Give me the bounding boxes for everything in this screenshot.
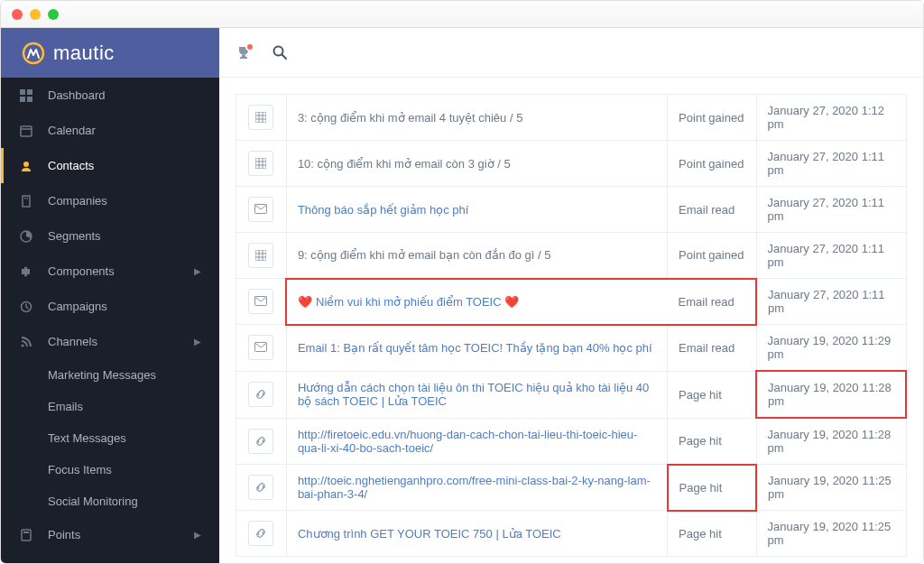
topbar (219, 28, 923, 78)
row-description[interactable]: Thông báo sắp hết giảm học phí (286, 187, 667, 233)
row-date: January 19, 2020 11:25 pm (756, 465, 906, 511)
row-event-type: Page hit (668, 511, 756, 557)
clock-icon (19, 300, 33, 313)
svg-rect-2 (27, 89, 32, 95)
table-row: 9: cộng điểm khi mở email bạn còn đắn đo… (236, 233, 907, 279)
svg-rect-3 (20, 97, 25, 102)
row-date: January 27, 2020 1:11 pm (756, 141, 906, 187)
table-row: ❤️ Niềm vui khi mở phiếu điểm TOEIC ❤️Em… (236, 279, 907, 325)
sidebar-item-label: Companies (48, 194, 107, 208)
brand-header[interactable]: mautic (1, 28, 219, 78)
row-date: January 27, 2020 1:11 pm (756, 233, 906, 279)
row-icon-cell (236, 511, 287, 557)
svg-rect-1 (20, 89, 25, 95)
table-row: 10: cộng điểm khi mở email còn 3 giờ / 5… (236, 141, 907, 187)
grid-icon (248, 243, 273, 268)
row-description[interactable]: Chương trình GET YOUR TOEIC 750 | Lửa TO… (286, 511, 667, 557)
table-row: Email 1: Bạn rất quyết tâm học TOEIC! Th… (236, 325, 907, 372)
window-close-dot[interactable] (12, 9, 23, 20)
row-event-type: Email read (668, 325, 756, 372)
sidebar-sub-marketing-messages[interactable]: Marketing Messages (1, 359, 219, 391)
row-description[interactable]: http://toeic.nghetienganhpro.com/free-mi… (286, 465, 667, 511)
search-button[interactable] (272, 44, 288, 60)
link-icon (248, 475, 273, 500)
svg-rect-14 (22, 530, 31, 541)
row-icon-cell (236, 418, 287, 465)
sidebar: mautic Dashboard Calendar Contacts (1, 28, 219, 563)
notifications-button[interactable] (236, 44, 252, 60)
mail-icon (248, 289, 273, 314)
window-min-dot[interactable] (30, 9, 41, 20)
mautic-logo-icon (21, 41, 46, 66)
row-event-type: Point gained (668, 141, 756, 187)
row-icon-cell (236, 141, 287, 187)
row-description[interactable]: Hướng dẫn cách chọn tài liệu ôn thi TOEI… (286, 371, 667, 418)
chevron-right-icon: ▶ (194, 530, 201, 540)
svg-point-13 (22, 344, 24, 347)
sidebar-sub-emails[interactable]: Emails (1, 391, 219, 422)
svg-rect-8 (23, 196, 30, 207)
sidebar-item-companies[interactable]: Companies (1, 183, 219, 218)
row-event-type: Page hit (668, 418, 756, 465)
grid-icon (248, 151, 273, 176)
dashboard-icon (19, 89, 33, 102)
chevron-right-icon: ▶ (194, 266, 201, 276)
content: 3: cộng điểm khi mở email 4 tuyệt chiêu … (219, 78, 923, 563)
table-row: Chương trình GET YOUR TOEIC 750 | Lửa TO… (236, 511, 907, 557)
sidebar-item-label: Components (48, 264, 115, 278)
svg-rect-18 (255, 112, 266, 123)
sidebar-item-label: Dashboard (48, 88, 106, 102)
svg-rect-29 (255, 250, 266, 261)
sidebar-item-segments[interactable]: Segments (1, 218, 219, 254)
sidebar-sub-social-monitoring[interactable]: Social Monitoring (1, 485, 219, 517)
activity-table: 3: cộng điểm khi mở email 4 tuyệt chiêu … (236, 94, 907, 557)
mail-icon (248, 335, 273, 360)
table-row: Hướng dẫn cách chọn tài liệu ôn thi TOEI… (236, 371, 907, 418)
svg-rect-15 (23, 532, 29, 533)
sidebar-item-label: Channels (48, 335, 97, 348)
row-icon-cell (236, 279, 287, 325)
sidebar-item-channels[interactable]: Channels ▶ (1, 324, 219, 359)
row-date: January 27, 2020 1:12 pm (756, 95, 906, 141)
sidebar-item-label: Contacts (48, 159, 94, 172)
row-description: 3: cộng điểm khi mở email 4 tuyệt chiêu … (286, 95, 667, 141)
row-description[interactable]: ❤️ Niềm vui khi mở phiếu điểm TOEIC ❤️ (286, 279, 667, 325)
row-description[interactable]: Email 1: Bạn rất quyết tâm học TOEIC! Th… (286, 325, 667, 372)
table-row: 3: cộng điểm khi mở email 4 tuyệt chiêu … (236, 95, 907, 141)
sidebar-item-label: Campaigns (48, 300, 107, 313)
brand-name: mautic (53, 42, 115, 65)
link-icon (248, 382, 273, 407)
window-titlebar (1, 1, 923, 28)
sidebar-item-dashboard[interactable]: Dashboard (1, 78, 219, 113)
row-icon-cell (236, 465, 287, 511)
window-max-dot[interactable] (48, 9, 59, 20)
row-description: 10: cộng điểm khi mở email còn 3 giờ / 5 (286, 141, 667, 187)
search-icon (272, 44, 288, 60)
grid-icon (248, 105, 273, 130)
user-icon (19, 160, 33, 172)
sidebar-item-components[interactable]: Components ▶ (1, 254, 219, 289)
row-event-type: Page hit (668, 465, 756, 511)
row-icon-cell (236, 233, 287, 279)
sidebar-item-campaigns[interactable]: Campaigns (1, 289, 219, 324)
svg-rect-5 (21, 126, 32, 136)
link-icon (248, 429, 273, 454)
sidebar-sub-focus-items[interactable]: Focus Items (1, 454, 219, 485)
sidebar-item-contacts[interactable]: Contacts (1, 148, 219, 183)
svg-rect-9 (24, 198, 26, 199)
table-row: Thông báo sắp hết giảm học phíEmail read… (236, 187, 907, 233)
row-description[interactable]: http://firetoeic.edu.vn/huong-dan-cach-c… (286, 418, 667, 465)
sidebar-item-points[interactable]: Points ▶ (1, 517, 219, 552)
row-description: 9: cộng điểm khi mở email bạn còn đắn đo… (286, 233, 667, 279)
sidebar-item-calendar[interactable]: Calendar (1, 113, 219, 148)
notification-badge (245, 42, 254, 51)
row-date: January 27, 2020 1:11 pm (756, 279, 906, 325)
pie-icon (19, 230, 33, 243)
sidebar-sub-text-messages[interactable]: Text Messages (1, 422, 219, 454)
row-icon-cell (236, 325, 287, 372)
table-row: http://toeic.nghetienganhpro.com/free-mi… (236, 465, 907, 511)
svg-rect-10 (27, 198, 29, 199)
row-date: January 19, 2020 11:28 pm (756, 371, 906, 418)
row-icon-cell (236, 95, 287, 141)
row-event-type: Email read (668, 187, 756, 233)
